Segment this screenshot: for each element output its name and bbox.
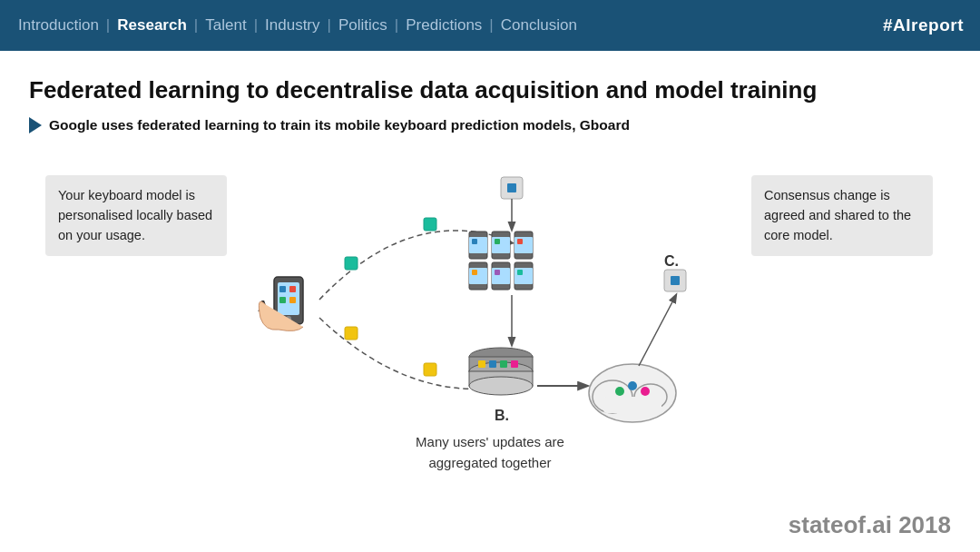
svg-point-48 xyxy=(641,387,650,396)
main-content: Federated learning to decentralise data … xyxy=(0,51,980,509)
subtitle-text: Google uses federated learning to train … xyxy=(49,117,630,133)
svg-rect-6 xyxy=(289,286,296,292)
svg-rect-25 xyxy=(472,239,477,244)
svg-line-53 xyxy=(639,295,676,366)
diagram-area: Your keyboard model is personalised loca… xyxy=(29,150,951,495)
svg-rect-14 xyxy=(469,237,487,253)
svg-rect-16 xyxy=(492,237,510,253)
svg-rect-18 xyxy=(514,237,533,253)
svg-point-46 xyxy=(615,387,624,396)
nav-item-industry[interactable]: Industry xyxy=(263,16,321,34)
svg-rect-55 xyxy=(345,327,358,340)
svg-text:C.: C. xyxy=(664,253,679,269)
footer-brand: stateof.ai 2018 xyxy=(789,511,951,539)
nav-links: Introduction | Research | Talent | Indus… xyxy=(16,16,579,34)
svg-rect-37 xyxy=(489,360,496,368)
nav-sep-3: | xyxy=(254,16,258,34)
nav-sep-6: | xyxy=(489,16,493,34)
subtitle-arrow-icon xyxy=(29,117,42,133)
nav-item-introduction[interactable]: Introduction xyxy=(16,16,101,34)
nav-sep-1: | xyxy=(106,16,110,34)
box-left: Your keyboard model is personalised loca… xyxy=(45,175,227,256)
subtitle-row: Google uses federated learning to train … xyxy=(29,117,951,133)
nav-item-research[interactable]: Research xyxy=(115,16,189,34)
svg-rect-7 xyxy=(289,297,296,303)
svg-rect-38 xyxy=(500,360,507,368)
svg-rect-49 xyxy=(603,397,662,413)
svg-rect-24 xyxy=(514,268,533,284)
svg-rect-36 xyxy=(478,360,485,368)
nav-item-predictions[interactable]: Predictions xyxy=(404,16,484,34)
svg-rect-26 xyxy=(495,239,500,244)
diagram-svg: A. xyxy=(211,150,800,477)
svg-rect-29 xyxy=(495,270,500,275)
nav-sep-5: | xyxy=(395,16,398,34)
svg-point-47 xyxy=(628,381,637,390)
svg-rect-20 xyxy=(469,268,487,284)
svg-rect-56 xyxy=(424,218,436,231)
nav-item-conclusion[interactable]: Conclusion xyxy=(499,16,579,34)
nav-hashtag: #AIreport xyxy=(883,15,964,35)
page-title: Federated learning to decentralise data … xyxy=(29,76,951,104)
nav-item-talent[interactable]: Talent xyxy=(203,16,248,34)
svg-rect-5 xyxy=(279,297,286,303)
svg-rect-11 xyxy=(507,183,516,192)
svg-rect-57 xyxy=(424,363,436,376)
nav-sep-4: | xyxy=(328,16,331,34)
svg-rect-30 xyxy=(517,270,523,275)
nav-sep-2: | xyxy=(194,16,198,34)
nav-bar: Introduction | Research | Talent | Indus… xyxy=(0,0,980,51)
svg-rect-4 xyxy=(279,286,286,292)
svg-rect-28 xyxy=(472,270,477,275)
svg-rect-27 xyxy=(517,239,523,244)
svg-rect-54 xyxy=(345,257,358,270)
svg-rect-22 xyxy=(492,268,510,284)
svg-rect-39 xyxy=(511,360,518,368)
svg-text:B.: B. xyxy=(495,408,509,423)
nav-item-politics[interactable]: Politics xyxy=(337,16,389,34)
svg-rect-52 xyxy=(671,276,680,285)
svg-point-35 xyxy=(469,377,533,395)
